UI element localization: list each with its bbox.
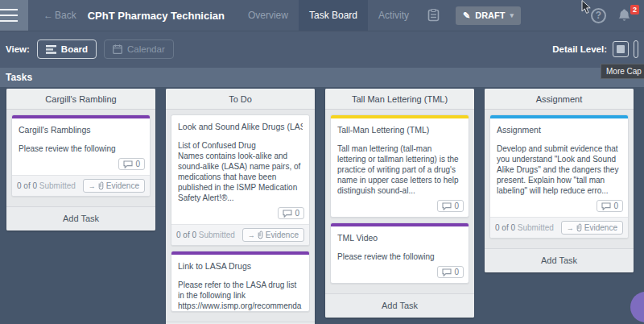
card-meta-row: 0 <box>490 197 628 217</box>
draft-status-button[interactable]: ✎ DRAFT ▾ <box>456 6 521 25</box>
comment-bubble-icon <box>442 202 452 210</box>
back-button[interactable]: ←Back <box>43 10 76 21</box>
card-description: Please refer to the LASA drug list in th… <box>178 280 303 311</box>
mouse-cursor <box>581 0 592 15</box>
board-column: Cargill's RamblingCargill's RamblingsPle… <box>6 89 155 231</box>
paperclip-icon <box>98 181 104 190</box>
card-title: Assignment <box>497 125 621 135</box>
calendar-view-button[interactable]: Calendar <box>104 39 174 59</box>
task-board: Cargill's RamblingCargill's RamblingsPle… <box>0 87 644 324</box>
submitted-status: 0 of 0 Submitted <box>495 223 554 232</box>
pencil-icon: ✎ <box>463 10 470 21</box>
card-title: Tall-Man Lettering (TML) <box>337 125 462 135</box>
comment-count: 0 <box>454 268 459 276</box>
comment-bubble-icon <box>283 210 292 218</box>
tab-overview[interactable]: Overview <box>237 0 299 31</box>
evidence-button[interactable]: →Evidence <box>242 228 304 242</box>
comment-count-chip[interactable]: 0 <box>278 207 304 219</box>
comment-count-chip[interactable]: 0 <box>437 266 464 278</box>
card-meta-row: 0 <box>331 264 469 283</box>
tab-task-board[interactable]: Task Board <box>299 0 368 31</box>
card-content: Tall-Man Lettering (TML)Tall man letteri… <box>331 118 469 197</box>
comment-count-chip[interactable]: 0 <box>437 200 464 212</box>
evidence-label: Evidence <box>106 181 139 190</box>
tasks-section-header: Tasks <box>0 68 644 87</box>
card-footer: 0 of 0 Submitted→Evidence <box>490 217 628 238</box>
submitted-count: 0 of 0 <box>495 223 515 232</box>
card-content: Cargill's RamblingsPlease review the fol… <box>12 118 150 156</box>
card-title: Cargill's Ramblings <box>19 125 143 135</box>
task-card[interactable]: AssignmentDevelop and submit evidence th… <box>489 114 629 239</box>
board-icon <box>46 45 56 54</box>
help-icon[interactable]: ? <box>591 8 606 23</box>
comment-bubble-icon <box>601 202 611 210</box>
task-card[interactable]: Look and Sound Alike Drugs (LASA)List of… <box>171 114 310 246</box>
detail-level-label: Detail Level: <box>552 44 607 54</box>
board-view-button[interactable]: Board <box>37 39 97 59</box>
task-card[interactable]: Tall-Man Lettering (TML)Tall man letteri… <box>330 114 469 218</box>
column-cards: Cargill's RamblingsPlease review the fol… <box>6 110 155 206</box>
evidence-button[interactable]: →Evidence <box>83 179 145 193</box>
detail-level-tooltip: More Cap <box>601 64 644 79</box>
card-title: Look and Sound Alike Drugs (LASA) <box>178 122 303 131</box>
comment-count-chip[interactable]: 0 <box>597 200 623 212</box>
card-footer: 0 of 0 Submitted→Evidence <box>171 224 309 245</box>
top-nav: ←Back CPhT Pharmacy Technician Overview … <box>0 0 644 31</box>
submitted-count: 0 of 0 <box>176 231 196 239</box>
card-meta-row: 0 <box>12 156 150 175</box>
view-toolbar: View: Board Calendar Detail Level: <box>0 31 644 68</box>
card-content: Look and Sound Alike Drugs (LASA)List of… <box>171 115 309 205</box>
card-description: Tall man lettering (tall-man lettering o… <box>337 143 462 196</box>
arrow-right-icon: → <box>89 182 96 190</box>
column-cards: AssignmentDevelop and submit evidence th… <box>485 110 634 248</box>
submitted-status: 0 of 0 Submitted <box>176 231 235 239</box>
submitted-word: Submitted <box>37 181 76 190</box>
column-title: To Do <box>166 89 315 110</box>
evidence-button[interactable]: →Evidence <box>561 221 623 235</box>
card-description: Please review the following <box>19 143 143 154</box>
calendar-icon <box>113 44 122 54</box>
evidence-label: Evidence <box>584 223 617 232</box>
card-title: Link to LASA Drugs <box>178 261 303 271</box>
add-task-button[interactable]: Add Task <box>485 248 634 272</box>
detail-level-toggle[interactable] <box>613 41 629 57</box>
submitted-word: Submitted <box>196 231 235 239</box>
comment-count-chip[interactable]: 0 <box>118 158 145 170</box>
card-meta-row: 0 <box>171 205 309 224</box>
board-column: AssignmentAssignmentDevelop and submit e… <box>485 89 634 272</box>
card-description: Develop and submit evidence that you und… <box>497 143 621 196</box>
notification-badge: 2 <box>630 5 639 15</box>
paperclip-icon <box>576 223 582 232</box>
page-title: CPhT Pharmacy Technician <box>88 10 225 22</box>
notifications-button[interactable]: 2 <box>617 8 631 23</box>
detail-level-toggle-2[interactable] <box>634 40 638 58</box>
add-task-button[interactable]: Add Task <box>325 293 474 318</box>
comment-count: 0 <box>135 160 140 168</box>
submitted-count: 0 of 0 <box>17 181 37 190</box>
comment-count: 0 <box>295 209 299 218</box>
card-content: AssignmentDevelop and submit evidence th… <box>490 118 628 197</box>
card-meta-row: 0 <box>331 197 469 217</box>
arrow-right-icon: → <box>248 231 255 239</box>
paperclip-icon <box>258 231 263 239</box>
clipboard-icon[interactable] <box>427 9 440 22</box>
board-column: Tall Man Lettering (TML)Tall-Man Letteri… <box>325 89 474 318</box>
card-content: TML VideoPlease review the following <box>331 226 469 264</box>
task-card[interactable]: TML VideoPlease review the following0 <box>330 222 469 284</box>
tab-activity[interactable]: Activity <box>368 0 419 31</box>
column-title: Assignment <box>485 89 634 110</box>
task-card[interactable]: Link to LASA DrugsPlease refer to the LA… <box>171 251 310 312</box>
card-content: Link to LASA DrugsPlease refer to the LA… <box>171 255 309 311</box>
submitted-status: 0 of 0 Submitted <box>17 181 76 190</box>
card-footer: 0 of 0 Submitted→Evidence <box>12 175 150 196</box>
arrow-right-icon: → <box>567 224 574 232</box>
comment-bubble-icon <box>442 268 452 276</box>
task-card[interactable]: Cargill's RamblingsPlease review the fol… <box>11 114 151 197</box>
column-title: Tall Man Lettering (TML) <box>325 89 474 110</box>
hamburger-menu-icon[interactable] <box>0 0 28 31</box>
bell-icon <box>617 8 631 23</box>
add-task-button[interactable]: Add Task <box>6 206 155 231</box>
comment-count: 0 <box>454 201 459 210</box>
submitted-word: Submitted <box>515 223 554 232</box>
card-title: TML Video <box>337 233 462 243</box>
